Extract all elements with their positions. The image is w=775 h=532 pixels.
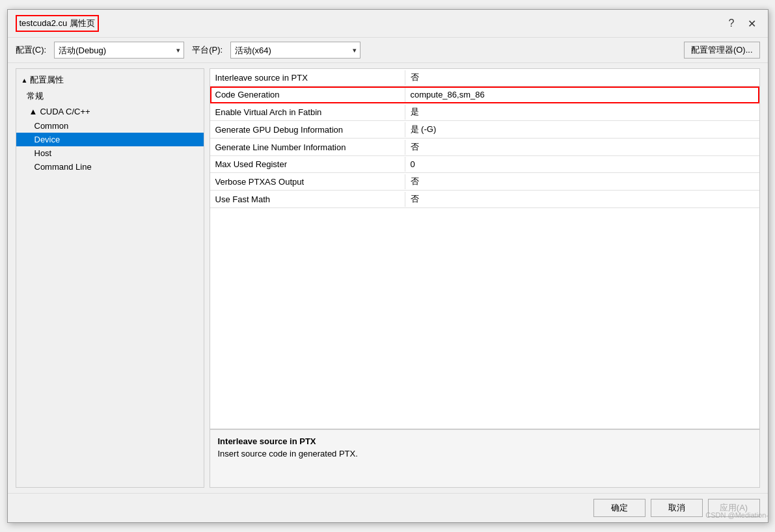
table-row[interactable]: Max Used Register0	[210, 156, 759, 173]
sidebar-item-host[interactable]: Host	[16, 146, 204, 160]
config-manager-button[interactable]: 配置管理器(O)...	[684, 42, 760, 59]
sidebar: ▲ 配置属性 常规 ▲ CUDA C/C++ Common Device Hos…	[16, 68, 204, 488]
footer: 确定 取消 应用(A)	[8, 493, 768, 522]
description-panel: Interleave source in PTX Insert source c…	[210, 429, 759, 487]
prop-name: Use Fast Math	[210, 192, 405, 207]
sidebar-item-device[interactable]: Device	[16, 133, 204, 146]
sidebar-item-general[interactable]: 常规	[16, 88, 204, 104]
main-content: ▲ 配置属性 常规 ▲ CUDA C/C++ Common Device Hos…	[8, 63, 768, 493]
prop-name: Code Generation	[210, 87, 405, 102]
description-title: Interleave source in PTX	[218, 436, 752, 446]
config-select-wrapper[interactable]: 活动(Debug)	[54, 42, 184, 59]
properties-table: Interleave source in PTX否Code Generation…	[210, 69, 759, 429]
table-row[interactable]: Use Fast Math否	[210, 191, 759, 208]
prop-name: Generate GPU Debug Information	[210, 122, 405, 137]
prop-value: compute_86,sm_86	[405, 87, 759, 102]
platform-select-wrapper[interactable]: 活动(x64)	[230, 42, 360, 59]
help-button[interactable]: ?	[725, 16, 739, 31]
prop-name: Verbose PTXAS Output	[210, 174, 405, 189]
title-bar: testcuda2.cu 属性页 ? ✕	[8, 10, 768, 38]
sidebar-item-command-line[interactable]: Command Line	[16, 160, 204, 174]
close-button[interactable]: ✕	[744, 16, 760, 31]
table-row[interactable]: Verbose PTXAS Output否	[210, 173, 759, 191]
table-row[interactable]: Generate GPU Debug Information是 (-G)	[210, 121, 759, 139]
prop-name: Generate Line Number Information	[210, 140, 405, 155]
sidebar-item-common[interactable]: Common	[16, 119, 204, 133]
properties-triangle: ▲	[21, 77, 28, 84]
cancel-button[interactable]: 取消	[651, 499, 703, 517]
watermark: CSDN @Mediation-	[705, 511, 768, 519]
table-row[interactable]: Code Generationcompute_86,sm_86	[210, 86, 759, 103]
sidebar-item-device-label: Device	[34, 135, 61, 144]
prop-value: 是 (-G)	[405, 121, 759, 138]
sidebar-item-common-label: Common	[34, 121, 69, 131]
dialog: testcuda2.cu 属性页 ? ✕ 配置(C): 活动(Debug) 平台…	[7, 9, 768, 523]
prop-value: 否	[405, 69, 759, 86]
sidebar-item-cuda-label: CUDA C/C++	[40, 107, 90, 116]
description-text: Insert source code in generated PTX.	[218, 449, 752, 459]
content-area: Interleave source in PTX否Code Generation…	[210, 68, 760, 488]
sidebar-header-label: 配置属性	[30, 74, 64, 86]
sidebar-item-general-label: 常规	[27, 91, 44, 101]
prop-name: Enable Virtual Arch in Fatbin	[210, 105, 405, 120]
prop-value: 0	[405, 157, 759, 172]
toolbar: 配置(C): 活动(Debug) 平台(P): 活动(x64) 配置管理器(O)…	[8, 38, 768, 63]
prop-value: 否	[405, 139, 759, 155]
prop-value: 是	[405, 103, 759, 120]
title-controls: ? ✕	[725, 16, 760, 31]
title-text: testcuda2.cu 属性页	[16, 15, 99, 32]
sidebar-cuda-cpp: ▲ CUDA C/C++	[16, 104, 204, 119]
sidebar-item-command-line-label: Command Line	[34, 162, 92, 172]
config-label: 配置(C):	[16, 44, 47, 56]
table-row[interactable]: Generate Line Number Information否	[210, 139, 759, 156]
table-row[interactable]: Interleave source in PTX否	[210, 69, 759, 86]
sidebar-header: ▲ 配置属性	[16, 72, 204, 88]
prop-value: 否	[405, 173, 759, 190]
prop-value: 否	[405, 191, 759, 207]
platform-label: 平台(P):	[192, 44, 223, 56]
ok-button[interactable]: 确定	[593, 499, 646, 517]
prop-name: Interleave source in PTX	[210, 70, 405, 85]
prop-name: Max Used Register	[210, 157, 405, 172]
table-row[interactable]: Enable Virtual Arch in Fatbin是	[210, 103, 759, 121]
config-select[interactable]: 活动(Debug)	[54, 42, 184, 59]
platform-select[interactable]: 活动(x64)	[230, 42, 360, 59]
sidebar-item-host-label: Host	[34, 148, 52, 158]
